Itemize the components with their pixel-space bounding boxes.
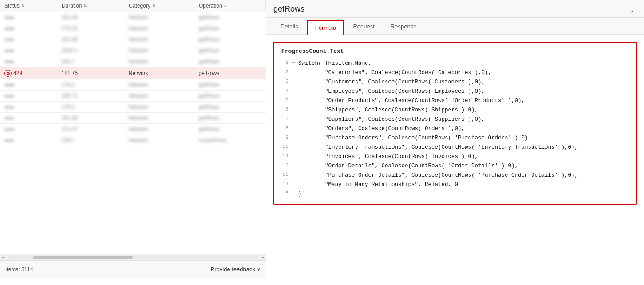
cell-category: Network (124, 79, 194, 91)
line-number: 9 (281, 134, 292, 142)
code-line: 9 "Purchase Orders", Coalesce(CountRows(… (281, 134, 629, 142)
scrollbar-track[interactable] (8, 256, 257, 259)
code-line: 6 "Shippers", Coalesce(CountRows( Shippe… (281, 106, 629, 115)
code-line: 11 "Invoices", Coalesce(CountRows( Invoi… (281, 152, 629, 161)
col-duration[interactable]: Duration ⇅ (57, 0, 124, 12)
col-category[interactable]: Category ⇅ (124, 0, 194, 12)
right-header: getRows › (266, 0, 644, 18)
cell-category: Network (124, 34, 194, 45)
cell-duration: 201.93 (57, 12, 124, 23)
table-row[interactable]: ●●●1997NetworkcreateRows (0, 135, 266, 146)
cell-category: Network (124, 124, 194, 135)
blurred-status: ●●● (4, 104, 14, 110)
cell-duration: 176.3 (57, 102, 124, 113)
blurred-category: Network (129, 93, 148, 99)
code-line: 2 "Categories", Coalesce(CountRows( Cate… (281, 68, 629, 77)
sort-icon-status: ⇅ (21, 4, 25, 8)
provide-feedback-button[interactable]: Provide feedback ∨ (211, 266, 261, 273)
tab-request[interactable]: Request (346, 20, 381, 34)
error-circle-icon: ⊗ (4, 70, 12, 77)
blurred-operation: getRows (199, 48, 220, 54)
line-code: Switch( ThisItem.Name, (298, 59, 371, 68)
scroll-right-arrow[interactable]: ▸ (260, 255, 266, 260)
cell-operation: getRows (194, 79, 266, 91)
line-code: "Shippers", Coalesce(CountRows( Shippers… (298, 106, 478, 115)
table-row[interactable]: ●●●281.98NetworkgetRows (0, 113, 266, 124)
cell-operation: getRows (194, 91, 266, 102)
table-row[interactable]: ●●●176.2NetworkgetRows (0, 79, 266, 91)
cell-operation: getRows (194, 124, 266, 135)
cell-status: ●●● (0, 135, 57, 146)
chevron-down-icon: ∨ (257, 266, 261, 272)
tabs-row: Details Formula Request Response (266, 18, 644, 35)
line-number: 15 (281, 190, 292, 198)
formula-content: ProgressCount.Text 1−Switch( ThisItem.Na… (266, 35, 644, 285)
cell-duration: 281.98 (57, 113, 124, 124)
line-number: 2 (281, 68, 292, 76)
line-number: 1 (281, 59, 292, 67)
cell-operation: getRows (194, 102, 266, 113)
code-line: 4 "Employees", Coalesce(CountRows( Emplo… (281, 87, 629, 96)
horizontal-scrollbar[interactable]: ◂ ▸ (0, 254, 266, 260)
collapse-button[interactable]: › (628, 5, 637, 17)
blurred-operation: createRows (199, 137, 227, 143)
blurred-category: Network (129, 14, 148, 20)
cell-operation: getRows (194, 45, 266, 56)
cell-status: ●●● (0, 34, 57, 45)
line-code: "Orders", Coalesce(CountRows( Orders ),0… (298, 124, 465, 133)
tab-details[interactable]: Details (273, 20, 305, 34)
blurred-category: Network (129, 48, 148, 54)
table-row[interactable]: ⊗ 429181.75NetworkgetRows (0, 67, 266, 79)
tab-response[interactable]: Response (383, 20, 424, 34)
cell-status: ●●● (0, 91, 57, 102)
formula-box: ProgressCount.Text 1−Switch( ThisItem.Na… (273, 42, 637, 205)
blurred-category: Network (129, 104, 148, 110)
line-number: 13 (281, 171, 292, 179)
collapse-icon: − (292, 59, 298, 67)
line-code: "Invoices", Coalesce(CountRows( Invoices… (298, 152, 478, 161)
scroll-left-arrow[interactable]: ◂ (0, 255, 6, 260)
line-number: 8 (281, 124, 292, 132)
cell-status: ●●● (0, 113, 57, 124)
cell-category: Network (124, 135, 194, 146)
cell-status: ●●● (0, 124, 57, 135)
blurred-duration: 281.98 (61, 115, 78, 121)
line-number: 4 (281, 87, 292, 95)
col-duration-label: Duration (62, 3, 82, 9)
col-operation[interactable]: Operation ≡ (194, 0, 266, 12)
line-number: 6 (281, 106, 292, 114)
code-line: 14 "Many to Many Relationships", Related… (281, 180, 629, 189)
scrollbar-thumb[interactable] (33, 256, 133, 259)
panel-title: getRows (273, 4, 304, 17)
table-row[interactable]: ●●●2004.1NetworkgetRows (0, 45, 266, 56)
line-code: "Suppliers", Coalesce(CountRows( Supplie… (298, 115, 485, 124)
cell-status: ⊗ 429 (0, 67, 57, 79)
line-number: 3 (281, 78, 292, 86)
line-number: 12 (281, 162, 292, 170)
cell-category: Network (124, 113, 194, 124)
blurred-operation: getRows (199, 93, 220, 99)
table-row[interactable]: ●●●186.71NetworkgetRows (0, 91, 266, 102)
table-row[interactable]: ●●●271.47NetworkgetRows (0, 124, 266, 135)
table-scroll-area[interactable]: Status ⇅ Duration ⇅ Category ⇅ (0, 0, 266, 254)
data-table: Status ⇅ Duration ⇅ Category ⇅ (0, 0, 266, 146)
blurred-category: Network (129, 115, 148, 121)
table-row[interactable]: ●●●201.96NetworkgetRows (0, 34, 266, 45)
code-lines: 1−Switch( ThisItem.Name,2 "Categories", … (281, 59, 629, 198)
cell-status: ●●● (0, 102, 57, 113)
cell-operation: getRows (194, 34, 266, 45)
blurred-duration: 271.47 (61, 126, 78, 132)
table-row[interactable]: ●●●201.93NetworkgetRows (0, 12, 266, 23)
cell-status: ●●● (0, 12, 57, 23)
table-row[interactable]: ●●●176.3NetworkgetRows (0, 102, 266, 113)
table-row[interactable]: ●●●281.7NetworkgetRows (0, 56, 266, 67)
line-code: "Purchase Orders", Coalesce(CountRows( '… (298, 134, 531, 142)
tab-formula[interactable]: Formula (307, 20, 344, 35)
cell-duration: 181.75 (57, 67, 124, 79)
table-row[interactable]: ●●●273.25NetworkgetRows (0, 23, 266, 34)
code-line: 13 "Purchase Order Details", Coalesce(Co… (281, 171, 629, 180)
cell-status: ●●● (0, 23, 57, 34)
col-category-label: Category (129, 3, 150, 9)
blurred-status: ●●● (4, 137, 14, 143)
col-status[interactable]: Status ⇅ (0, 0, 57, 12)
